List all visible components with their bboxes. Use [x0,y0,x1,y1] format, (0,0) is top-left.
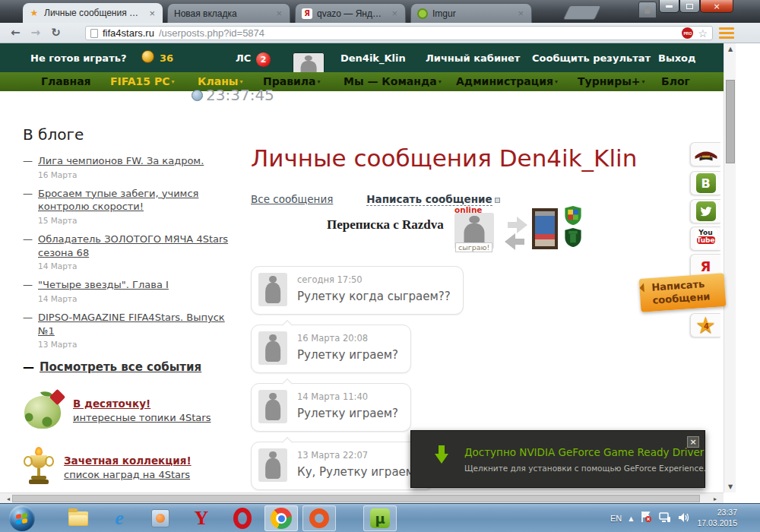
tray-expand-icon[interactable]: ▲ [629,515,633,522]
message-date: 13 Марта 22:07 [297,450,420,461]
taskbar-clock[interactable]: 23:37 17.03.2015 [697,508,737,528]
nav-fifa15[interactable]: FIFA15 PC▾ [110,75,174,87]
blog-post: — Бросаем тупые забеги, учимся контролю … [23,187,237,226]
network-icon[interactable] [659,511,671,526]
nav-tournaments[interactable]: Турниры+▾ [578,75,645,87]
vertical-scrollbar[interactable]: ▲ ▼ [724,43,736,492]
report-result-link[interactable]: Сообщить результат [532,52,651,64]
profile-button[interactable] [638,2,657,18]
vertical-scrollbar-thumb[interactable] [726,80,735,163]
blog-post: — Обладатель ЗОЛОТОГО МЯЧА 4Stars сезона… [23,233,237,271]
sender-avatar[interactable] [258,273,287,306]
nav-admin[interactable]: Администрация▾ [456,75,558,87]
tab-close-icon[interactable]: × [516,8,525,18]
message-bubble: 16 Марта 20:08 Рулетку играем? [251,325,411,373]
write-message-ribbon[interactable]: Написать сообщени [639,273,727,312]
horizontal-scrollbar-thumb[interactable] [12,495,700,502]
all-messages-link[interactable]: Все сообщения [251,193,333,205]
private-messages-link[interactable]: ЛС [236,52,251,64]
blog-post-date: 15 Марта [38,215,237,226]
sender-avatar[interactable] [258,448,287,482]
minimize-button[interactable] [659,0,679,13]
not-ready-link[interactable]: Не готов играть? [30,52,126,64]
origin-icon[interactable] [308,507,331,530]
window-controls: × [659,0,733,13]
blog-post-link[interactable]: "Четыре звезды". Глава I [38,279,169,290]
site-nav: Главная FIFA15 PC▾ Кланы▾ Правила▾ Мы — … [0,72,724,91]
back-icon[interactable]: ← [11,26,21,40]
yandex-browser-icon[interactable]: Y [190,507,213,530]
tab-close-icon[interactable]: × [390,8,399,18]
fourstars-icon[interactable]: ★4 [690,313,720,337]
blog-sidebar: В блоге — Лига чемпионов FW. За кадром. … [23,125,237,503]
page-viewport: Не готов играть? 36 ЛС 2 Den4ik_Klin Лич… [0,43,760,503]
blog-post-date: 16 Марта [38,169,204,180]
close-icon[interactable]: × [687,436,699,448]
utorrent-icon[interactable]: µ [369,507,391,530]
scroll-down-icon[interactable]: ▼ [724,483,736,490]
tab-newtab[interactable]: Новая вкладка × [167,3,290,23]
nvidia-arrow-icon [434,445,449,467]
volume-icon[interactable] [678,511,690,526]
nvidia-notification[interactable]: Доступно NVIDIA GeForce Game Ready Drive… [410,430,705,488]
blog-post-link[interactable]: Бросаем тупые забеги, учимся контролю ск… [38,188,198,213]
site-content: Не готов играть? 36 ЛС 2 Den4ik_Klin Лич… [0,43,724,503]
military-cap-icon[interactable] [690,142,720,166]
chrome-icon[interactable] [270,507,293,530]
write-message-link[interactable]: Написать сообщение [366,193,492,206]
tab-yandex-search[interactable]: Я qvazo — Яндекс: нашлос × [295,3,406,23]
language-indicator[interactable]: EN [610,514,622,523]
action-center-icon[interactable] [640,511,652,526]
reload-icon[interactable]: ↻ [51,26,61,40]
nav-home[interactable]: Главная [41,75,91,87]
top-topics-link[interactable]: В десяточку! [73,397,211,410]
sender-avatar[interactable] [258,331,287,365]
cabinet-link[interactable]: Личный кабинет [426,52,520,64]
play-button[interactable]: сыграю! [455,242,492,252]
twitter-icon[interactable] [690,199,720,223]
blog-post-link[interactable]: DIPSO-MAGAZINE FIFA4Stars. Выпуск №1 [38,312,225,337]
trophy-icon [23,447,55,488]
pro-extension-icon[interactable]: PRO [682,27,693,39]
browser-titlebar: ★ Личные сообщения Den × Новая вкладка ×… [0,0,760,23]
tab-imgur[interactable]: Imgur × [410,3,532,23]
page-title: Личные сообщения Den4ik_Klin [251,144,616,172]
opera-icon[interactable] [231,507,254,530]
address-bar[interactable]: fifa4stars.ru /userposts.php?id=5874 PRO… [85,26,713,40]
nav-blog[interactable]: Блог [661,75,690,87]
scroll-right-icon[interactable]: ▸ [709,496,721,502]
youtube-icon[interactable]: YouTube [690,226,720,251]
tab-close-icon[interactable]: × [147,8,157,18]
all-events-link[interactable]: Посмотреть все события [40,360,201,374]
scroll-up-icon[interactable]: ▲ [724,46,736,52]
apple-dart-icon [23,391,64,430]
explorer-icon[interactable] [67,507,90,530]
media-player-icon[interactable] [149,507,172,530]
opponent-photo[interactable] [532,208,558,249]
top-topics-sublink[interactable]: интересные топики 4Stars [73,412,211,423]
chevron-down-icon: ▾ [439,78,442,85]
logout-link[interactable]: Выход [658,52,695,64]
swap-arrows-icon [502,214,530,252]
awards-link[interactable]: Зачетная коллекция! [64,454,192,467]
blog-post-link[interactable]: Лига чемпионов FW. За кадром. [38,155,204,166]
message-date: 14 Марта 11:40 [297,391,398,402]
internet-explorer-icon[interactable]: e [108,507,131,530]
maximize-button[interactable] [679,0,700,13]
username-link[interactable]: Den4ik_Klin [340,52,406,64]
horizontal-scrollbar[interactable]: ◂ ▸ [0,492,724,503]
opponent-avatar[interactable]: online сыграю! [454,213,494,249]
tab-close-icon[interactable]: × [274,8,283,18]
new-tab-button[interactable] [563,5,602,20]
blog-post-link[interactable]: Обладатель ЗОЛОТОГО МЯЧА 4Stars сезона 6… [38,233,228,258]
nav-team[interactable]: Мы — Команда▾ [344,75,442,87]
forward-icon[interactable]: → [31,26,41,40]
awards-sublink[interactable]: список наград на 4Stars [64,469,192,480]
tab-messages[interactable]: ★ Личные сообщения Den × [23,3,163,23]
sender-avatar[interactable] [258,390,287,423]
chrome-menu-icon[interactable] [719,27,734,39]
vk-icon[interactable]: В [690,171,720,195]
close-button[interactable]: × [700,0,733,13]
start-button[interactable] [9,505,35,531]
bookmark-star-icon[interactable]: ☆ [698,27,708,40]
